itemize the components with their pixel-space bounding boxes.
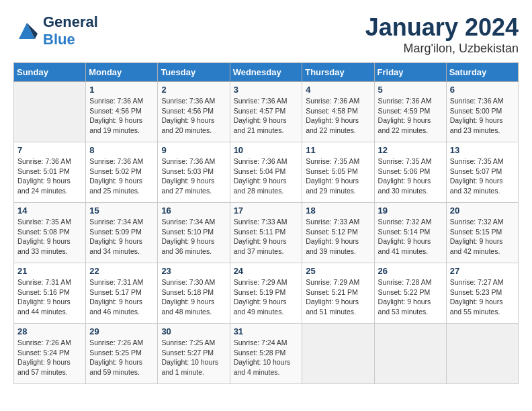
- day-cell: 14Sunrise: 7:35 AMSunset: 5:08 PMDayligh…: [14, 203, 86, 263]
- day-cell: 24Sunrise: 7:29 AMSunset: 5:19 PMDayligh…: [230, 263, 302, 324]
- day-cell: 21Sunrise: 7:31 AMSunset: 5:16 PMDayligh…: [14, 263, 86, 324]
- day-info: Sunrise: 7:35 AMSunset: 5:06 PMDaylight:…: [378, 156, 443, 196]
- day-cell: [374, 324, 446, 384]
- day-number: 14: [17, 205, 82, 216]
- day-info: Sunrise: 7:35 AMSunset: 5:05 PMDaylight:…: [306, 156, 370, 196]
- day-cell: 10Sunrise: 7:36 AMSunset: 5:04 PMDayligh…: [230, 142, 302, 203]
- day-number: 9: [161, 145, 226, 155]
- day-info: Sunrise: 7:36 AMSunset: 5:03 PMDaylight:…: [161, 156, 226, 196]
- day-info: Sunrise: 7:36 AMSunset: 5:00 PMDaylight:…: [450, 96, 515, 136]
- day-number: 19: [378, 205, 443, 216]
- weekday-header-friday: Friday: [374, 63, 446, 82]
- day-number: 7: [17, 145, 82, 155]
- day-number: 8: [89, 145, 154, 155]
- day-info: Sunrise: 7:36 AMSunset: 5:04 PMDaylight:…: [234, 156, 299, 196]
- day-number: 6: [450, 85, 515, 95]
- day-cell: 15Sunrise: 7:34 AMSunset: 5:09 PMDayligh…: [86, 203, 158, 263]
- day-info: Sunrise: 7:32 AMSunset: 5:15 PMDaylight:…: [450, 217, 515, 257]
- day-info: Sunrise: 7:36 AMSunset: 4:56 PMDaylight:…: [89, 96, 154, 136]
- day-info: Sunrise: 7:25 AMSunset: 5:27 PMDaylight:…: [161, 338, 226, 377]
- month-title: January 2024: [365, 13, 519, 42]
- day-number: 26: [378, 266, 443, 276]
- day-info: Sunrise: 7:36 AMSunset: 4:59 PMDaylight:…: [378, 96, 443, 136]
- logo: General Blue: [13, 13, 98, 48]
- day-cell: 22Sunrise: 7:31 AMSunset: 5:17 PMDayligh…: [86, 263, 158, 324]
- day-info: Sunrise: 7:31 AMSunset: 5:17 PMDaylight:…: [89, 277, 154, 317]
- day-number: 2: [161, 85, 226, 95]
- day-number: 17: [234, 205, 299, 216]
- weekday-header-tuesday: Tuesday: [158, 63, 230, 82]
- day-info: Sunrise: 7:33 AMSunset: 5:11 PMDaylight:…: [234, 217, 299, 257]
- day-cell: 20Sunrise: 7:32 AMSunset: 5:15 PMDayligh…: [446, 203, 518, 263]
- day-info: Sunrise: 7:33 AMSunset: 5:12 PMDaylight:…: [306, 217, 370, 257]
- weekday-header-sunday: Sunday: [14, 63, 86, 82]
- day-info: Sunrise: 7:36 AMSunset: 5:02 PMDaylight:…: [89, 156, 154, 196]
- day-number: 3: [234, 85, 299, 95]
- day-cell: 4Sunrise: 7:36 AMSunset: 4:58 PMDaylight…: [302, 82, 374, 142]
- day-cell: 9Sunrise: 7:36 AMSunset: 5:03 PMDaylight…: [158, 142, 230, 203]
- weekday-header-wednesday: Wednesday: [230, 63, 302, 82]
- day-info: Sunrise: 7:36 AMSunset: 4:56 PMDaylight:…: [161, 96, 226, 136]
- day-cell: 16Sunrise: 7:34 AMSunset: 5:10 PMDayligh…: [158, 203, 230, 263]
- day-number: 4: [306, 85, 370, 95]
- day-info: Sunrise: 7:30 AMSunset: 5:18 PMDaylight:…: [161, 277, 226, 317]
- day-cell: 30Sunrise: 7:25 AMSunset: 5:27 PMDayligh…: [158, 324, 230, 384]
- day-number: 13: [450, 145, 515, 155]
- logo-blue: Blue: [43, 31, 75, 48]
- day-cell: [302, 324, 374, 384]
- day-cell: 19Sunrise: 7:32 AMSunset: 5:14 PMDayligh…: [374, 203, 446, 263]
- day-cell: 6Sunrise: 7:36 AMSunset: 5:00 PMDaylight…: [446, 82, 518, 142]
- day-number: 1: [89, 85, 154, 95]
- day-cell: 12Sunrise: 7:35 AMSunset: 5:06 PMDayligh…: [374, 142, 446, 203]
- day-info: Sunrise: 7:36 AMSunset: 4:58 PMDaylight:…: [306, 96, 370, 136]
- day-number: 11: [306, 145, 370, 155]
- day-cell: 17Sunrise: 7:33 AMSunset: 5:11 PMDayligh…: [230, 203, 302, 263]
- location-title: Marg'ilon, Uzbekistan: [365, 42, 519, 56]
- day-number: 18: [306, 205, 370, 216]
- day-info: Sunrise: 7:34 AMSunset: 5:10 PMDaylight:…: [161, 217, 226, 257]
- day-cell: 8Sunrise: 7:36 AMSunset: 5:02 PMDaylight…: [86, 142, 158, 203]
- weekday-header-row: SundayMondayTuesdayWednesdayThursdayFrid…: [14, 63, 519, 82]
- day-number: 12: [378, 145, 443, 155]
- day-info: Sunrise: 7:31 AMSunset: 5:16 PMDaylight:…: [17, 277, 82, 317]
- day-number: 29: [89, 326, 154, 336]
- weekday-header-thursday: Thursday: [302, 63, 374, 82]
- day-number: 20: [450, 205, 515, 216]
- day-cell: 2Sunrise: 7:36 AMSunset: 4:56 PMDaylight…: [158, 82, 230, 142]
- calendar-table: SundayMondayTuesdayWednesdayThursdayFrid…: [13, 62, 519, 384]
- day-number: 5: [378, 85, 443, 95]
- day-number: 24: [234, 266, 299, 276]
- day-number: 27: [450, 266, 515, 276]
- week-row-5: 28Sunrise: 7:26 AMSunset: 5:24 PMDayligh…: [14, 324, 519, 384]
- day-number: 16: [161, 205, 226, 216]
- logo-general: General: [43, 13, 98, 30]
- day-cell: 13Sunrise: 7:35 AMSunset: 5:07 PMDayligh…: [446, 142, 518, 203]
- day-info: Sunrise: 7:32 AMSunset: 5:14 PMDaylight:…: [378, 217, 443, 257]
- day-number: 21: [17, 266, 82, 276]
- day-number: 30: [161, 326, 226, 336]
- day-info: Sunrise: 7:36 AMSunset: 4:57 PMDaylight:…: [234, 96, 299, 136]
- day-cell: 28Sunrise: 7:26 AMSunset: 5:24 PMDayligh…: [14, 324, 86, 384]
- day-cell: 11Sunrise: 7:35 AMSunset: 5:05 PMDayligh…: [302, 142, 374, 203]
- day-cell: 27Sunrise: 7:27 AMSunset: 5:23 PMDayligh…: [446, 263, 518, 324]
- logo-icon: [13, 17, 40, 44]
- weekday-header-saturday: Saturday: [446, 63, 518, 82]
- day-number: 31: [234, 326, 299, 336]
- day-info: Sunrise: 7:24 AMSunset: 5:28 PMDaylight:…: [234, 338, 299, 377]
- day-cell: 25Sunrise: 7:29 AMSunset: 5:21 PMDayligh…: [302, 263, 374, 324]
- day-info: Sunrise: 7:28 AMSunset: 5:22 PMDaylight:…: [378, 277, 443, 317]
- day-info: Sunrise: 7:29 AMSunset: 5:21 PMDaylight:…: [306, 277, 370, 317]
- day-cell: 3Sunrise: 7:36 AMSunset: 4:57 PMDaylight…: [230, 82, 302, 142]
- day-cell: 29Sunrise: 7:26 AMSunset: 5:25 PMDayligh…: [86, 324, 158, 384]
- week-row-2: 7Sunrise: 7:36 AMSunset: 5:01 PMDaylight…: [14, 142, 519, 203]
- day-info: Sunrise: 7:26 AMSunset: 5:25 PMDaylight:…: [89, 338, 154, 377]
- title-block: January 2024 Marg'ilon, Uzbekistan: [365, 13, 519, 56]
- day-info: Sunrise: 7:27 AMSunset: 5:23 PMDaylight:…: [450, 277, 515, 317]
- day-info: Sunrise: 7:29 AMSunset: 5:19 PMDaylight:…: [234, 277, 299, 317]
- week-row-1: 1Sunrise: 7:36 AMSunset: 4:56 PMDaylight…: [14, 82, 519, 142]
- day-cell: 7Sunrise: 7:36 AMSunset: 5:01 PMDaylight…: [14, 142, 86, 203]
- day-cell: 31Sunrise: 7:24 AMSunset: 5:28 PMDayligh…: [230, 324, 302, 384]
- week-row-4: 21Sunrise: 7:31 AMSunset: 5:16 PMDayligh…: [14, 263, 519, 324]
- day-info: Sunrise: 7:26 AMSunset: 5:24 PMDaylight:…: [17, 338, 82, 377]
- week-row-3: 14Sunrise: 7:35 AMSunset: 5:08 PMDayligh…: [14, 203, 519, 263]
